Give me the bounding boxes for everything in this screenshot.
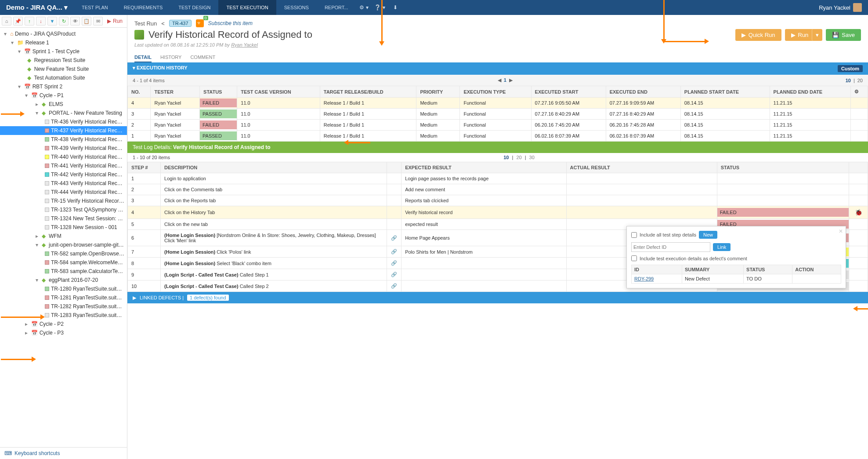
bug-icon[interactable]: 🐞 xyxy=(855,209,862,216)
log-col[interactable]: ACTUAL RESULT xyxy=(566,162,717,173)
include-steps-checkbox[interactable] xyxy=(631,232,637,238)
eye-icon[interactable]: 👁 xyxy=(70,17,80,26)
exec-row[interactable]: 3Ryan YackelPASSED 11.0Release 1 / Build… xyxy=(128,109,868,120)
rss-icon[interactable]: ᯤ 0 xyxy=(196,19,204,27)
page-size-10[interactable]: 10 xyxy=(846,78,851,83)
tree-node[interactable]: ▾ 📅 RBT Sprint 2 xyxy=(0,82,127,91)
exec-col[interactable]: TESTER xyxy=(151,86,200,98)
new-defect-button[interactable]: New xyxy=(699,231,717,239)
down-icon[interactable]: ↓ xyxy=(36,17,46,26)
save-button[interactable]: 💾 Save xyxy=(826,29,861,41)
linked-defects-bar[interactable]: ▶ LINKED DEFECTS | 1 defect(s) found xyxy=(127,292,868,303)
tree-node[interactable]: ◆ Test Automation Suite xyxy=(0,73,127,82)
log-row[interactable]: 4Click on the History TabVerify historic… xyxy=(128,206,868,219)
exec-col[interactable]: STATUS xyxy=(200,86,237,98)
tree-node[interactable]: TR-1283 RyanTestSuite.suite|New xyxy=(0,311,127,320)
nav-tab-requirements[interactable]: REQUIREMENTS xyxy=(116,0,171,15)
exec-col[interactable]: PLANNED START DATE xyxy=(680,86,770,98)
subscribe-link[interactable]: Subscribe this item xyxy=(208,20,253,26)
tree-node[interactable]: TR-1280 RyanTestSuite.suite|Unti xyxy=(0,284,127,293)
keyboard-shortcuts-link[interactable]: ⌨ Keyboard shortcuts xyxy=(0,447,127,459)
gear-icon[interactable]: ⚙ ▾ xyxy=(356,0,372,15)
refresh-icon[interactable]: ↻ xyxy=(59,17,69,26)
exec-col[interactable]: NO. xyxy=(128,86,151,98)
exec-row[interactable]: 1Ryan YackelPASSED 11.0Release 1 / Build… xyxy=(128,131,868,142)
tab-comment[interactable]: COMMENT xyxy=(190,53,215,62)
tree-node[interactable]: TR-583 sample.CalculatorTestSuc xyxy=(0,267,127,276)
tab-history[interactable]: HISTORY xyxy=(160,53,182,62)
mail-icon[interactable]: ✉ xyxy=(93,17,103,26)
exec-col[interactable]: PLANNED END DATE xyxy=(770,86,851,98)
tab-detail[interactable]: DETAIL xyxy=(134,53,152,62)
include-exec-checkbox[interactable] xyxy=(631,255,637,261)
exec-col[interactable]: EXECUTED END xyxy=(606,86,680,98)
exec-col[interactable]: TEST CASE VERSION xyxy=(237,86,320,98)
nav-tab-sessions[interactable]: SESSIONS xyxy=(276,0,317,15)
defect-row[interactable]: RDY-299New DefectTO DO xyxy=(632,274,841,284)
close-icon[interactable]: ✕ xyxy=(839,228,843,234)
log-size-30[interactable]: 30 xyxy=(528,155,536,160)
copy-icon[interactable]: 📋 xyxy=(82,17,91,26)
tree-node[interactable]: TR-436 Verify Historical Record of xyxy=(0,117,127,126)
pager-next[interactable]: ▶ xyxy=(509,77,513,83)
tree-node[interactable]: ▾ ◆ junit-open-browser-sample-git-mave xyxy=(0,240,127,249)
tree-node[interactable]: ▸ ◆ WFM xyxy=(0,232,127,240)
page-size-20[interactable]: 20 xyxy=(857,78,863,83)
tree-node[interactable]: ▾ ◆ PORTAL - New Feature Testing xyxy=(0,109,127,117)
filter-icon[interactable]: ▼ xyxy=(47,17,57,26)
tree-node[interactable]: TR-438 Verify Historical Record of xyxy=(0,135,127,144)
exec-col[interactable]: EXECUTED START xyxy=(531,86,606,98)
quick-run-button[interactable]: ▶ Quick Run xyxy=(735,29,781,41)
gear-col[interactable]: ⚙ xyxy=(851,86,868,98)
tree-node[interactable]: ▾ ◆ eggPlant 2016-07-20 xyxy=(0,276,127,284)
tree-node[interactable]: TR-1324 New Test Session: QAS xyxy=(0,214,127,223)
exec-col[interactable]: PRIORITY xyxy=(416,86,460,98)
add-icon[interactable]: 📌 xyxy=(13,17,23,26)
nav-tab-test-execution[interactable]: TEST EXECUTION xyxy=(218,0,276,15)
tree-node[interactable]: TR-444 Verify Historical Record of xyxy=(0,188,127,197)
run-button[interactable]: ▶ Run xyxy=(105,17,125,26)
nav-tab-test-plan[interactable]: TEST PLAN xyxy=(74,0,116,15)
up-icon[interactable]: ↑ xyxy=(25,17,34,26)
exec-row[interactable]: 4Ryan YackelFAILED 11.0Release 1 / Build… xyxy=(128,98,868,109)
nav-tab-test-design[interactable]: TEST DESIGN xyxy=(170,0,218,15)
current-user[interactable]: Ryan Yackel xyxy=(813,3,868,12)
tree-node[interactable]: ▾ 📅 Sprint 1 - Test Cycle xyxy=(0,47,127,56)
download-icon[interactable]: ⬇ xyxy=(387,0,403,15)
tree-node[interactable]: TR-440 Verify Historical Record of xyxy=(0,153,127,161)
help-icon[interactable]: ❔ ▾ xyxy=(372,0,387,15)
run-dropdown[interactable]: ▾ xyxy=(812,29,822,41)
tree-node[interactable]: ▾ 📁 Release 1 xyxy=(0,38,127,47)
run-id-badge[interactable]: TR-437 xyxy=(169,20,192,27)
exec-col[interactable]: EXECUTION TYPE xyxy=(460,86,531,98)
log-col[interactable]: EXPECTED RESULT xyxy=(401,162,566,173)
pager-prev[interactable]: ◀ xyxy=(498,77,501,83)
tree-node[interactable]: ▾ 📅 Cycle - P1 xyxy=(0,91,127,100)
tree-node[interactable]: TR-442 Verify Historical Record of xyxy=(0,170,127,179)
project-title[interactable]: Demo - JIRA QA... ▾ xyxy=(0,4,74,11)
log-row[interactable]: 2Click on the Comments tabAdd new commen… xyxy=(128,184,868,195)
tree-node[interactable]: ▾ ⌂ Demo - JIRA QASProduct xyxy=(0,29,127,38)
nav-tab-report-[interactable]: REPORT... xyxy=(317,0,356,15)
tree-node[interactable]: TR-584 sample.WelcomeMessage xyxy=(0,258,127,267)
tree-node[interactable]: ◆ New Feature Test Suite xyxy=(0,65,127,73)
home-icon[interactable]: ⌂ xyxy=(2,17,11,26)
tree-node[interactable]: TR-439 Verify Historical Record of xyxy=(0,144,127,153)
link-defect-button[interactable]: Link xyxy=(713,243,731,251)
log-col[interactable]: DESCRIPTION xyxy=(161,162,387,173)
exec-col[interactable]: TARGET RELEASE/BUILD xyxy=(320,86,416,98)
tree-node[interactable]: TR-441 Verify Historical Record of xyxy=(0,161,127,170)
tree-node[interactable]: TR-443 Verify Historical Record of xyxy=(0,179,127,188)
tree-node[interactable]: TR-582 sample.OpenBrowserTest xyxy=(0,249,127,258)
tree-node[interactable]: TR-1323 Test QASymphony Requ xyxy=(0,205,127,214)
log-col[interactable]: STATUS xyxy=(717,162,849,173)
tree-node[interactable]: ▸ 📅 Cycle - P3 xyxy=(0,328,127,337)
log-row[interactable]: 1Login to applicationLogin page passes t… xyxy=(128,173,868,184)
exec-row[interactable]: 2Ryan YackelFAILED 11.0Release 1 / Build… xyxy=(128,120,868,131)
log-col[interactable] xyxy=(849,162,868,173)
log-col[interactable] xyxy=(387,162,401,173)
customize-button[interactable]: Custom xyxy=(838,65,863,72)
tree-node[interactable]: ▸ ◆ ELMS xyxy=(0,100,127,109)
log-col[interactable]: STEP # xyxy=(128,162,161,173)
defect-id-link[interactable]: RDY-299 xyxy=(634,276,654,281)
